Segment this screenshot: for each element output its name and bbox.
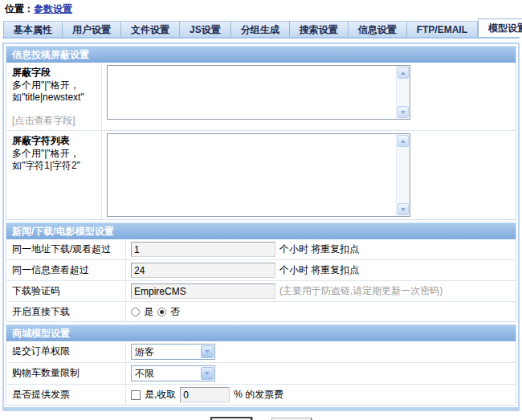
scroll-down-icon[interactable] bbox=[398, 203, 409, 215]
tab-model-settings[interactable]: 模型设置 bbox=[478, 18, 522, 37]
tab-user-settings[interactable]: 用户设置 bbox=[63, 21, 121, 37]
shield-fields-textarea[interactable] bbox=[108, 66, 396, 119]
tab-file-settings[interactable]: 文件设置 bbox=[121, 21, 180, 37]
shield-chars-textarea-box bbox=[107, 133, 410, 217]
download-key-field-cell: (主要用于防盗链,请定期更新一次密码) bbox=[125, 281, 516, 301]
direct-download-no-label: 否 bbox=[170, 305, 180, 319]
row-same-address: 同一地址下载/观看超过 个小时 将重复扣点 bbox=[6, 239, 516, 259]
invoice-checkbox-label: 是,收取 bbox=[145, 388, 176, 402]
settings-panel: 信息投稿屏蔽设置 屏蔽字段 多个用"|"格开，如"title|newstext"… bbox=[2, 43, 520, 411]
section-header-submission-shield: 信息投稿屏蔽设置 bbox=[6, 47, 516, 63]
tab-group-generate[interactable]: 分组生成 bbox=[231, 21, 290, 37]
order-auth-field-cell: 游客 bbox=[125, 341, 516, 362]
row-download-key: 下载验证码 (主要用于防盗链,请定期更新一次密码) bbox=[6, 280, 516, 301]
invoice-label: 是否提供发票 bbox=[6, 385, 125, 405]
submit-button[interactable]: 设置 bbox=[210, 417, 252, 420]
breadcrumb-prefix: 位置： bbox=[5, 3, 34, 14]
row-same-info: 同一信息查看超过 个小时 将重复扣点 bbox=[6, 259, 516, 280]
row-shield-chars: 屏蔽字符列表 多个用"|"格开，如"字符1|字符2" bbox=[6, 130, 516, 219]
row-shield-fields: 屏蔽字段 多个用"|"格开，如"title|newstext" [点击查看字段] bbox=[6, 63, 516, 130]
section-shop-model: 商城模型设置 提交订单权限 游客 购物车数量限制 不限 是否提供发票 bbox=[6, 324, 516, 406]
cart-limit-selected-value: 不限 bbox=[135, 367, 154, 381]
download-key-label: 下载验证码 bbox=[6, 281, 125, 301]
direct-download-label: 开启直接下载 bbox=[6, 302, 125, 321]
section-header-shop-model: 商城模型设置 bbox=[6, 325, 516, 341]
shield-chars-desc: 多个用"|"格开，如"字符1|字符2" bbox=[12, 148, 100, 172]
same-address-suffix: 个小时 将重复扣点 bbox=[279, 243, 359, 256]
view-fields-link[interactable]: [点击查看字段] bbox=[12, 115, 100, 127]
shield-chars-textarea[interactable] bbox=[108, 134, 396, 216]
section-submission-shield: 信息投稿屏蔽设置 屏蔽字段 多个用"|"格开，如"title|newstext"… bbox=[6, 46, 516, 220]
row-order-auth: 提交订单权限 游客 bbox=[6, 341, 516, 362]
same-info-input[interactable] bbox=[131, 263, 275, 278]
scroll-down-icon[interactable] bbox=[398, 106, 409, 118]
direct-download-yes-radio[interactable] bbox=[131, 308, 140, 316]
row-invoice: 是否提供发票 是,收取 % 的发票费 bbox=[6, 384, 516, 405]
shield-fields-textarea-box bbox=[107, 65, 410, 120]
cart-limit-label: 购物车数量限制 bbox=[6, 363, 125, 384]
scroll-up-icon[interactable] bbox=[398, 135, 409, 147]
row-cart-limit: 购物车数量限制 不限 bbox=[6, 362, 516, 384]
direct-download-yes-label: 是 bbox=[144, 305, 153, 319]
action-buttons: 设置 重置 bbox=[0, 417, 522, 420]
cart-limit-field-cell: 不限 bbox=[125, 363, 516, 384]
shield-fields-field-cell bbox=[101, 63, 516, 130]
direct-download-field-cell: 是 否 bbox=[125, 302, 516, 321]
shield-fields-desc: 多个用"|"格开，如"title|newstext" bbox=[12, 80, 100, 104]
direct-download-no-radio[interactable] bbox=[157, 308, 166, 316]
breadcrumb: 位置：参数设置 bbox=[0, 0, 522, 17]
order-auth-select[interactable]: 游客 bbox=[131, 344, 215, 360]
invoice-suffix: % 的发票费 bbox=[234, 388, 283, 402]
shield-chars-label: 屏蔽字符列表 bbox=[12, 135, 100, 147]
same-address-label: 同一地址下载/观看超过 bbox=[6, 239, 125, 259]
order-auth-label: 提交订单权限 bbox=[6, 341, 125, 362]
same-address-field-cell: 个小时 将重复扣点 bbox=[125, 239, 516, 259]
shield-chars-field-cell bbox=[101, 131, 516, 219]
invoice-checkbox[interactable] bbox=[131, 390, 141, 400]
tab-search-settings[interactable]: 搜索设置 bbox=[290, 21, 349, 37]
chevron-down-icon bbox=[201, 367, 214, 380]
shield-fields-label-cell: 屏蔽字段 多个用"|"格开，如"title|newstext" [点击查看字段] bbox=[6, 63, 101, 130]
row-direct-download: 开启直接下载 是 否 bbox=[6, 301, 516, 321]
chevron-down-icon bbox=[201, 345, 214, 358]
tab-info-settings[interactable]: 信息设置 bbox=[349, 21, 407, 37]
breadcrumb-link-params[interactable]: 参数设置 bbox=[34, 3, 72, 14]
cart-limit-select[interactable]: 不限 bbox=[131, 365, 215, 381]
scroll-up-icon[interactable] bbox=[398, 67, 409, 79]
same-info-field-cell: 个小时 将重复扣点 bbox=[125, 260, 516, 280]
scrollbar[interactable] bbox=[396, 134, 410, 216]
tab-basic[interactable]: 基本属性 bbox=[3, 21, 63, 37]
section-news-models: 新闻/下载/电影模型设置 同一地址下载/观看超过 个小时 将重复扣点 同一信息查… bbox=[6, 222, 516, 322]
shield-fields-label: 屏蔽字段 bbox=[12, 67, 100, 79]
shield-chars-label-cell: 屏蔽字符列表 多个用"|"格开，如"字符1|字符2" bbox=[6, 131, 101, 219]
download-key-note: (主要用于防盗链,请定期更新一次密码) bbox=[279, 284, 442, 298]
order-auth-selected-value: 游客 bbox=[135, 345, 154, 359]
section-header-news-models: 新闻/下载/电影模型设置 bbox=[6, 223, 516, 239]
invoice-field-cell: 是,收取 % 的发票费 bbox=[125, 385, 516, 405]
invoice-percent-input[interactable] bbox=[180, 387, 230, 402]
tab-js-settings[interactable]: JS设置 bbox=[180, 21, 231, 37]
same-info-label: 同一信息查看超过 bbox=[6, 260, 125, 280]
scrollbar[interactable] bbox=[396, 66, 410, 119]
tab-ftp-email[interactable]: FTP/EMAIL bbox=[407, 21, 478, 37]
download-key-input[interactable] bbox=[131, 283, 275, 299]
same-info-suffix: 个小时 将重复扣点 bbox=[279, 263, 359, 277]
tab-bar: 基本属性 用户设置 文件设置 JS设置 分组生成 搜索设置 信息设置 FTP/E… bbox=[3, 18, 522, 37]
same-address-input[interactable] bbox=[131, 242, 275, 257]
